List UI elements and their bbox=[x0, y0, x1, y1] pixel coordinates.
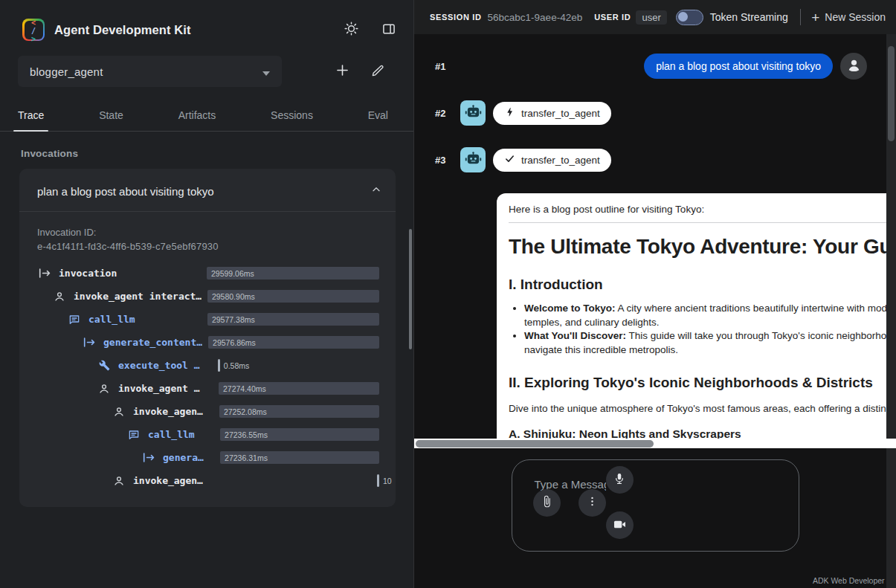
invocation-card-header[interactable]: plan a blog post about visiting tokyo bbox=[19, 169, 396, 212]
theme-toggle-button[interactable] bbox=[340, 19, 362, 41]
agent-icon bbox=[112, 406, 126, 418]
flow-arrow-icon bbox=[82, 337, 97, 348]
trace-duration-label: 10 bbox=[383, 476, 392, 485]
video-button[interactable] bbox=[606, 511, 634, 539]
tab-sessions[interactable]: Sessions bbox=[271, 99, 313, 131]
bolt-icon bbox=[504, 106, 515, 120]
trace-row[interactable]: genera…27236.31ms bbox=[37, 446, 379, 469]
doc-bullet-list: Welcome to Tokyo: A city where ancient t… bbox=[509, 302, 896, 357]
mic-icon bbox=[613, 472, 626, 488]
invocation-meta: Invocation ID: e-4c1f41f1-fd3c-4ff6-b539… bbox=[19, 212, 396, 252]
left-scrollbar-thumb[interactable] bbox=[409, 229, 412, 349]
pencil-icon bbox=[371, 63, 385, 80]
more-options-button[interactable] bbox=[578, 489, 606, 517]
response-document: Here is a blog post outline for visiting… bbox=[497, 193, 896, 448]
new-session-button[interactable]: + New Session bbox=[811, 10, 886, 25]
trace-row[interactable]: call_llm29577.38ms bbox=[37, 308, 379, 331]
trace-row[interactable]: call_llm27236.55ms bbox=[37, 423, 379, 446]
invocation-card: plan a blog post about visiting tokyo In… bbox=[19, 169, 396, 507]
trace-duration-label: 29580.90ms bbox=[212, 292, 255, 301]
chat-turn: #3transfer_to_agent bbox=[414, 146, 896, 173]
vertical-scrollbar[interactable] bbox=[886, 34, 896, 588]
session-id-label: SESSION ID bbox=[430, 13, 482, 22]
collapse-panel-button[interactable] bbox=[378, 19, 400, 41]
new-session-label: New Session bbox=[825, 11, 886, 23]
message-input[interactable]: Type a Message... bbox=[512, 459, 799, 552]
trace-row[interactable]: execute_tool …0.58ms bbox=[37, 354, 379, 377]
invocation-id-value: e-4c1f41f1-fd3c-4ff6-b539-c7e5ebf67930 bbox=[37, 241, 378, 252]
tab-eval[interactable]: Eval bbox=[368, 99, 388, 131]
trace-span-label: invoke_agent … bbox=[118, 383, 200, 394]
robot-icon bbox=[465, 150, 482, 170]
chat-turns: #1plan a blog post about visiting tokyo#… bbox=[414, 53, 896, 173]
user-id-label: USER ID bbox=[594, 13, 631, 22]
chat-panel: SESSION ID 56bcabc1-9aee-42eb USER ID us… bbox=[414, 0, 896, 588]
agent-avatar bbox=[460, 147, 486, 172]
token-streaming-toggle[interactable] bbox=[676, 10, 703, 25]
plus-icon bbox=[335, 62, 350, 80]
trace-row[interactable]: invoke_agent interact…29580.90ms bbox=[37, 285, 379, 308]
check-icon bbox=[504, 153, 515, 167]
agent-select-value: blogger_agent bbox=[30, 65, 103, 78]
chat-turn: #2transfer_to_agent bbox=[414, 100, 896, 126]
function-call-chip[interactable]: transfer_to_agent bbox=[493, 102, 611, 125]
add-session-button[interactable] bbox=[331, 60, 353, 83]
vertical-scrollbar-thumb[interactable] bbox=[888, 46, 895, 141]
chevron-up-icon[interactable] bbox=[370, 184, 382, 198]
trace-duration-label: 29576.86ms bbox=[213, 338, 256, 347]
trace-duration-label: 0.58ms bbox=[224, 361, 249, 370]
horizontal-scrollbar-thumb[interactable] bbox=[416, 440, 654, 448]
trace-row[interactable]: invoke_agent …27274.40ms bbox=[37, 377, 379, 400]
agent-icon bbox=[52, 291, 67, 303]
toggle-knob bbox=[678, 12, 688, 22]
trace-row[interactable]: generate_content…29576.86ms bbox=[37, 331, 379, 354]
tab-trace[interactable]: Trace bbox=[18, 99, 44, 131]
doc-paragraph: Dive into the unique atmosphere of Tokyo… bbox=[509, 403, 896, 414]
edit-agent-button[interactable] bbox=[367, 60, 389, 83]
trace-duration-bar bbox=[377, 474, 379, 487]
chat-turn: #1plan a blog post about visiting tokyo bbox=[414, 53, 896, 80]
trace-span-label: invocation bbox=[59, 268, 117, 279]
trace-duration-label: 29577.38ms bbox=[212, 315, 255, 324]
invocation-title: plan a blog post about visiting tokyo bbox=[37, 185, 214, 198]
trace-duration-label: 29599.06ms bbox=[211, 269, 254, 278]
agent-avatar bbox=[460, 100, 486, 126]
agent-select[interactable]: blogger_agent bbox=[18, 56, 282, 87]
person-icon bbox=[846, 57, 862, 76]
trace-span-label: invoke_agen… bbox=[133, 406, 203, 417]
plus-icon: + bbox=[811, 10, 819, 25]
user-avatar bbox=[840, 53, 867, 80]
user-message-bubble[interactable]: plan a blog post about visiting tokyo bbox=[644, 54, 833, 79]
trace-duration-label: 27274.40ms bbox=[223, 384, 266, 393]
trace-duration-label: 27236.55ms bbox=[225, 430, 268, 439]
flow-arrow-icon bbox=[141, 452, 156, 463]
microphone-button[interactable] bbox=[606, 466, 634, 494]
left-header: </> Agent Development Kit bbox=[0, 0, 413, 50]
trace-span-label: invoke_agent interact… bbox=[74, 291, 202, 302]
trace-row[interactable]: invocation29599.06ms bbox=[37, 262, 379, 285]
function-call-chip[interactable]: transfer_to_agent bbox=[493, 149, 611, 172]
trace-row[interactable]: invoke_agen…10 bbox=[37, 469, 379, 492]
wrench-icon bbox=[97, 360, 112, 371]
chevron-down-icon bbox=[262, 65, 270, 78]
chat-icon bbox=[126, 429, 141, 441]
app-title: Agent Development Kit bbox=[54, 23, 330, 37]
doc-bullet: What You'll Discover: This guide will ta… bbox=[524, 329, 896, 357]
trace-panel-body: Invocations plan a blog post about visit… bbox=[0, 132, 413, 507]
session-id-value: 56bcabc1-9aee-42eb bbox=[488, 12, 583, 23]
turn-index: #1 bbox=[435, 61, 454, 72]
horizontal-scrollbar[interactable] bbox=[414, 439, 896, 448]
attach-file-button[interactable] bbox=[533, 489, 561, 517]
sun-icon bbox=[344, 21, 359, 39]
tab-bar: TraceStateArtifactsSessionsEval bbox=[0, 99, 413, 132]
doc-intro: Here is a blog post outline for visiting… bbox=[509, 204, 896, 215]
trace-row[interactable]: invoke_agen…27252.08ms bbox=[37, 400, 379, 423]
composer-area: Type a Message... ADK Web Developer UI bbox=[414, 448, 896, 588]
agent-selector-row: blogger_agent bbox=[0, 50, 413, 99]
tab-state[interactable]: State bbox=[99, 99, 123, 131]
function-call-label: transfer_to_agent bbox=[521, 155, 600, 166]
doc-title: The Ultimate Tokyo Adventure: Your Guide… bbox=[509, 235, 896, 259]
token-streaming-label: Token Streaming bbox=[710, 11, 788, 23]
trace-span-label: call_llm bbox=[148, 429, 195, 440]
tab-artifacts[interactable]: Artifacts bbox=[178, 99, 216, 131]
